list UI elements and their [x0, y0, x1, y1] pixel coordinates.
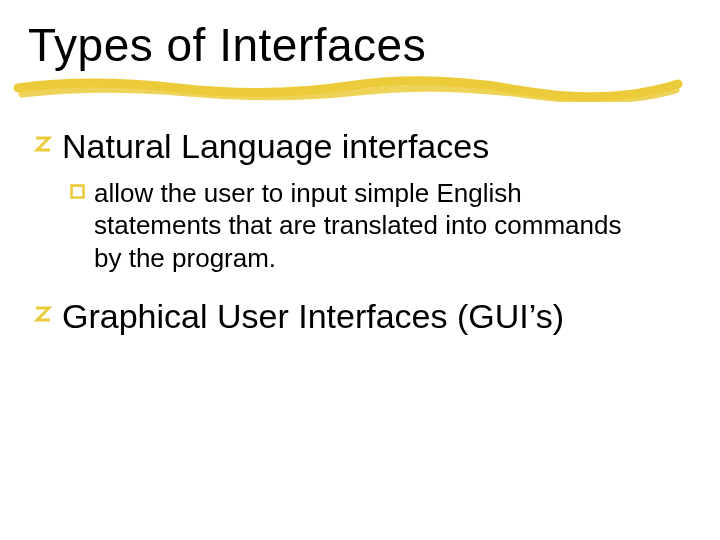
- list-item-text: Graphical User Interfaces (GUI’s): [62, 296, 564, 337]
- list-item: Graphical User Interfaces (GUI’s): [28, 296, 692, 337]
- sublist-item-text: allow the user to input simple English s…: [94, 177, 654, 275]
- slide-body: Natural Language interfaces allow the us…: [28, 126, 692, 337]
- svg-rect-0: [72, 185, 84, 197]
- z-bullet-icon: [28, 126, 62, 153]
- sublist-item: allow the user to input simple English s…: [68, 177, 692, 275]
- title-underline: [8, 74, 688, 102]
- z-bullet-icon: [28, 296, 62, 323]
- slide: Types of Interfaces Natural Language int…: [0, 0, 720, 540]
- y-bullet-icon: [68, 177, 94, 199]
- title-wrap: Types of Interfaces: [28, 18, 692, 72]
- slide-title: Types of Interfaces: [28, 18, 692, 72]
- list-item-text: Natural Language interfaces: [62, 126, 489, 167]
- list-item: Natural Language interfaces: [28, 126, 692, 167]
